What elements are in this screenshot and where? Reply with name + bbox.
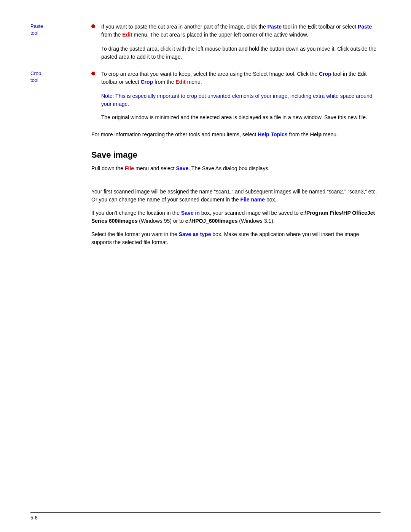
- page: Paste tool If you want to paste the cut …: [0, 0, 411, 532]
- help-topics-para: For more information regarding the other…: [91, 131, 381, 139]
- paste-tool-group: Paste tool If you want to paste the cut …: [91, 23, 381, 61]
- bullet-dot-crop: [91, 72, 95, 75]
- bullet-dot: [91, 24, 95, 28]
- bullet-text-crop: To crop an area that you want to keep, s…: [101, 70, 381, 86]
- lower-para2: If you don’t change the location in the …: [91, 209, 381, 225]
- footer-divider: [30, 512, 381, 513]
- bullet-item-crop: To crop an area that you want to keep, s…: [91, 70, 381, 86]
- footer-page-number: 5-6: [30, 515, 381, 521]
- crop-tool-group: Crop tool To crop an area that you want …: [91, 70, 381, 121]
- crop-tool-label: Crop tool: [30, 70, 80, 84]
- save-image-para: Pull down the File menu and select Save.…: [91, 165, 381, 173]
- note-para: Note: This is especially important to cr…: [91, 92, 381, 108]
- content-area: Paste tool If you want to paste the cut …: [91, 23, 381, 246]
- page-footer: 5-6: [30, 512, 381, 521]
- non-bullet-para-drag: To drag the pasted area, click it with t…: [91, 45, 381, 61]
- bullet-text-paste: If you want to paste the cut area in ano…: [101, 23, 381, 39]
- paste-tool-label: Paste tool: [30, 23, 80, 37]
- lower-section: Your first scanned image will be assigne…: [91, 188, 381, 246]
- save-image-heading: Save image: [91, 150, 381, 160]
- lower-para3: Select the file format you want in the S…: [91, 230, 381, 246]
- bullet-item-paste: If you want to paste the cut area in ano…: [91, 23, 381, 39]
- lower-para1: Your first scanned image will be assigne…: [91, 188, 381, 204]
- non-bullet-para-window: The original window is minimized and the…: [91, 113, 381, 121]
